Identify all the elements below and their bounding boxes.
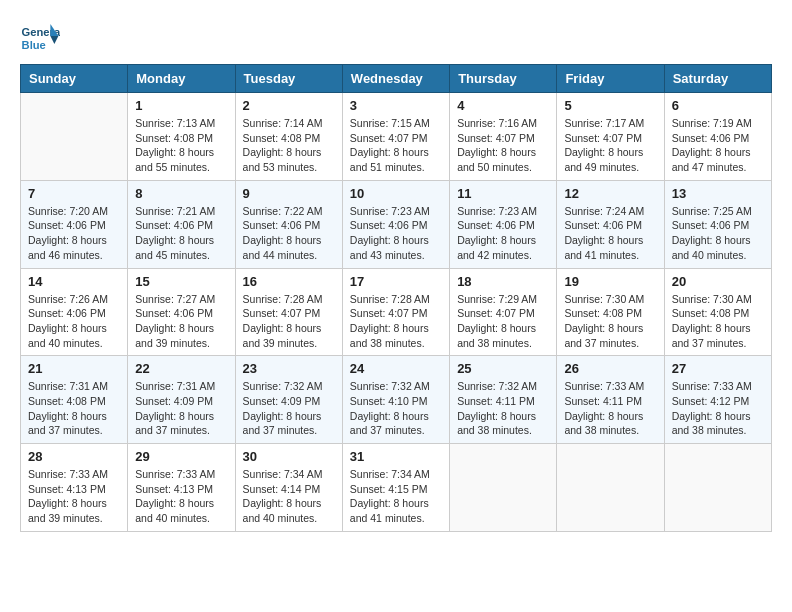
calendar-cell: 28Sunrise: 7:33 AM Sunset: 4:13 PM Dayli… [21, 444, 128, 532]
day-info: Sunrise: 7:31 AM Sunset: 4:08 PM Dayligh… [28, 379, 120, 438]
day-info: Sunrise: 7:26 AM Sunset: 4:06 PM Dayligh… [28, 292, 120, 351]
day-info: Sunrise: 7:17 AM Sunset: 4:07 PM Dayligh… [564, 116, 656, 175]
day-number: 18 [457, 274, 549, 289]
calendar-cell: 14Sunrise: 7:26 AM Sunset: 4:06 PM Dayli… [21, 268, 128, 356]
header: General Blue [20, 20, 772, 56]
day-info: Sunrise: 7:31 AM Sunset: 4:09 PM Dayligh… [135, 379, 227, 438]
calendar-week-row: 7Sunrise: 7:20 AM Sunset: 4:06 PM Daylig… [21, 180, 772, 268]
calendar-cell: 16Sunrise: 7:28 AM Sunset: 4:07 PM Dayli… [235, 268, 342, 356]
calendar-cell: 23Sunrise: 7:32 AM Sunset: 4:09 PM Dayli… [235, 356, 342, 444]
calendar-cell: 3Sunrise: 7:15 AM Sunset: 4:07 PM Daylig… [342, 93, 449, 181]
calendar-cell [664, 444, 771, 532]
calendar-cell: 13Sunrise: 7:25 AM Sunset: 4:06 PM Dayli… [664, 180, 771, 268]
day-info: Sunrise: 7:16 AM Sunset: 4:07 PM Dayligh… [457, 116, 549, 175]
weekday-header-thursday: Thursday [450, 65, 557, 93]
calendar-cell [21, 93, 128, 181]
day-info: Sunrise: 7:33 AM Sunset: 4:12 PM Dayligh… [672, 379, 764, 438]
day-info: Sunrise: 7:19 AM Sunset: 4:06 PM Dayligh… [672, 116, 764, 175]
weekday-header-row: SundayMondayTuesdayWednesdayThursdayFrid… [21, 65, 772, 93]
day-number: 16 [243, 274, 335, 289]
calendar-cell: 25Sunrise: 7:32 AM Sunset: 4:11 PM Dayli… [450, 356, 557, 444]
day-number: 23 [243, 361, 335, 376]
day-info: Sunrise: 7:23 AM Sunset: 4:06 PM Dayligh… [350, 204, 442, 263]
calendar-cell [557, 444, 664, 532]
day-number: 24 [350, 361, 442, 376]
calendar-cell: 12Sunrise: 7:24 AM Sunset: 4:06 PM Dayli… [557, 180, 664, 268]
day-number: 4 [457, 98, 549, 113]
day-info: Sunrise: 7:20 AM Sunset: 4:06 PM Dayligh… [28, 204, 120, 263]
weekday-header-tuesday: Tuesday [235, 65, 342, 93]
day-number: 20 [672, 274, 764, 289]
day-number: 9 [243, 186, 335, 201]
calendar-cell: 11Sunrise: 7:23 AM Sunset: 4:06 PM Dayli… [450, 180, 557, 268]
calendar-cell: 8Sunrise: 7:21 AM Sunset: 4:06 PM Daylig… [128, 180, 235, 268]
day-info: Sunrise: 7:25 AM Sunset: 4:06 PM Dayligh… [672, 204, 764, 263]
calendar-cell: 29Sunrise: 7:33 AM Sunset: 4:13 PM Dayli… [128, 444, 235, 532]
day-info: Sunrise: 7:22 AM Sunset: 4:06 PM Dayligh… [243, 204, 335, 263]
calendar-cell [450, 444, 557, 532]
calendar-cell: 24Sunrise: 7:32 AM Sunset: 4:10 PM Dayli… [342, 356, 449, 444]
day-info: Sunrise: 7:34 AM Sunset: 4:14 PM Dayligh… [243, 467, 335, 526]
day-number: 19 [564, 274, 656, 289]
calendar-cell: 30Sunrise: 7:34 AM Sunset: 4:14 PM Dayli… [235, 444, 342, 532]
calendar-cell: 7Sunrise: 7:20 AM Sunset: 4:06 PM Daylig… [21, 180, 128, 268]
day-number: 17 [350, 274, 442, 289]
logo: General Blue [20, 20, 64, 56]
calendar-cell: 10Sunrise: 7:23 AM Sunset: 4:06 PM Dayli… [342, 180, 449, 268]
calendar-cell: 19Sunrise: 7:30 AM Sunset: 4:08 PM Dayli… [557, 268, 664, 356]
day-number: 1 [135, 98, 227, 113]
day-info: Sunrise: 7:24 AM Sunset: 4:06 PM Dayligh… [564, 204, 656, 263]
weekday-header-monday: Monday [128, 65, 235, 93]
day-info: Sunrise: 7:28 AM Sunset: 4:07 PM Dayligh… [350, 292, 442, 351]
day-info: Sunrise: 7:21 AM Sunset: 4:06 PM Dayligh… [135, 204, 227, 263]
day-number: 5 [564, 98, 656, 113]
calendar-cell: 5Sunrise: 7:17 AM Sunset: 4:07 PM Daylig… [557, 93, 664, 181]
day-info: Sunrise: 7:13 AM Sunset: 4:08 PM Dayligh… [135, 116, 227, 175]
weekday-header-friday: Friday [557, 65, 664, 93]
calendar-cell: 20Sunrise: 7:30 AM Sunset: 4:08 PM Dayli… [664, 268, 771, 356]
calendar-cell: 4Sunrise: 7:16 AM Sunset: 4:07 PM Daylig… [450, 93, 557, 181]
weekday-header-saturday: Saturday [664, 65, 771, 93]
day-number: 26 [564, 361, 656, 376]
day-number: 22 [135, 361, 227, 376]
day-info: Sunrise: 7:23 AM Sunset: 4:06 PM Dayligh… [457, 204, 549, 263]
day-number: 14 [28, 274, 120, 289]
calendar-cell: 1Sunrise: 7:13 AM Sunset: 4:08 PM Daylig… [128, 93, 235, 181]
weekday-header-sunday: Sunday [21, 65, 128, 93]
day-number: 25 [457, 361, 549, 376]
calendar-cell: 9Sunrise: 7:22 AM Sunset: 4:06 PM Daylig… [235, 180, 342, 268]
calendar-cell: 17Sunrise: 7:28 AM Sunset: 4:07 PM Dayli… [342, 268, 449, 356]
calendar-week-row: 28Sunrise: 7:33 AM Sunset: 4:13 PM Dayli… [21, 444, 772, 532]
day-info: Sunrise: 7:30 AM Sunset: 4:08 PM Dayligh… [672, 292, 764, 351]
day-number: 15 [135, 274, 227, 289]
day-info: Sunrise: 7:14 AM Sunset: 4:08 PM Dayligh… [243, 116, 335, 175]
day-info: Sunrise: 7:33 AM Sunset: 4:13 PM Dayligh… [135, 467, 227, 526]
calendar-week-row: 1Sunrise: 7:13 AM Sunset: 4:08 PM Daylig… [21, 93, 772, 181]
calendar: SundayMondayTuesdayWednesdayThursdayFrid… [20, 64, 772, 532]
day-info: Sunrise: 7:34 AM Sunset: 4:15 PM Dayligh… [350, 467, 442, 526]
day-number: 31 [350, 449, 442, 464]
day-info: Sunrise: 7:30 AM Sunset: 4:08 PM Dayligh… [564, 292, 656, 351]
day-info: Sunrise: 7:32 AM Sunset: 4:09 PM Dayligh… [243, 379, 335, 438]
day-info: Sunrise: 7:32 AM Sunset: 4:11 PM Dayligh… [457, 379, 549, 438]
calendar-cell: 18Sunrise: 7:29 AM Sunset: 4:07 PM Dayli… [450, 268, 557, 356]
calendar-cell: 21Sunrise: 7:31 AM Sunset: 4:08 PM Dayli… [21, 356, 128, 444]
day-number: 6 [672, 98, 764, 113]
calendar-week-row: 14Sunrise: 7:26 AM Sunset: 4:06 PM Dayli… [21, 268, 772, 356]
calendar-cell: 22Sunrise: 7:31 AM Sunset: 4:09 PM Dayli… [128, 356, 235, 444]
day-info: Sunrise: 7:29 AM Sunset: 4:07 PM Dayligh… [457, 292, 549, 351]
day-number: 27 [672, 361, 764, 376]
day-number: 12 [564, 186, 656, 201]
page-container: General Blue SundayMondayTuesdayWednesda… [20, 20, 772, 532]
day-info: Sunrise: 7:32 AM Sunset: 4:10 PM Dayligh… [350, 379, 442, 438]
calendar-cell: 31Sunrise: 7:34 AM Sunset: 4:15 PM Dayli… [342, 444, 449, 532]
svg-text:Blue: Blue [22, 39, 46, 51]
calendar-cell: 15Sunrise: 7:27 AM Sunset: 4:06 PM Dayli… [128, 268, 235, 356]
day-number: 10 [350, 186, 442, 201]
day-number: 21 [28, 361, 120, 376]
day-info: Sunrise: 7:33 AM Sunset: 4:11 PM Dayligh… [564, 379, 656, 438]
day-number: 28 [28, 449, 120, 464]
day-number: 8 [135, 186, 227, 201]
calendar-cell: 26Sunrise: 7:33 AM Sunset: 4:11 PM Dayli… [557, 356, 664, 444]
day-number: 3 [350, 98, 442, 113]
